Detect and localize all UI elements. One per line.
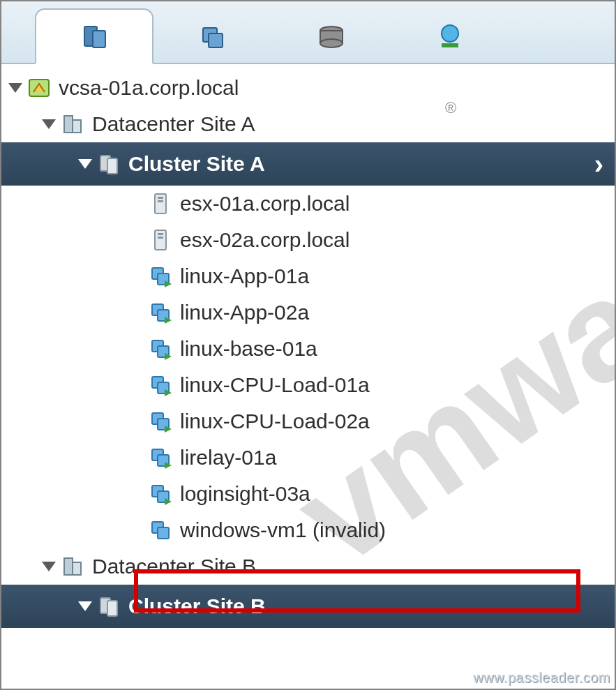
- vm-powered-on-icon: [148, 373, 173, 398]
- svg-rect-19: [158, 237, 163, 239]
- vcenter-icon: [27, 75, 52, 100]
- vm-label: windows-vm1 (invalid): [180, 518, 386, 542]
- svg-point-6: [320, 39, 343, 47]
- vm-powered-on-icon: [148, 300, 173, 325]
- tree-node-cluster-b[interactable]: Cluster Site B: [1, 585, 615, 628]
- vm-powered-on-icon: [148, 336, 173, 361]
- vm-label: linux-CPU-Load-02a: [180, 410, 370, 433]
- chevron-right-icon: ›: [594, 149, 603, 180]
- tree-node-vm-loginsight-03a[interactable]: loginsight-03a: [1, 476, 615, 512]
- tab-storage[interactable]: [272, 13, 391, 63]
- tree-node-cluster-a[interactable]: Cluster Site A ›: [1, 142, 615, 186]
- svg-rect-10: [64, 116, 73, 133]
- vm-label: lirelay-01a: [180, 446, 276, 470]
- host-icon: [148, 227, 173, 253]
- tree-node-vm-linux-app-02a[interactable]: linux-App-02a: [1, 294, 615, 331]
- svg-point-7: [442, 25, 458, 42]
- tab-networking[interactable]: [391, 13, 509, 63]
- datacenter-icon: [60, 112, 85, 137]
- host-1-label: esx-01a.corp.local: [180, 192, 350, 216]
- vm-powered-on-icon: [148, 481, 173, 507]
- vms-templates-icon: [197, 22, 228, 53]
- svg-rect-16: [158, 200, 163, 202]
- tree-node-host-2[interactable]: esx-02a.corp.local: [1, 222, 615, 258]
- svg-rect-46: [107, 601, 117, 616]
- svg-rect-42: [158, 527, 169, 539]
- tree-node-datacenter-b[interactable]: Datacenter Site B: [1, 548, 615, 585]
- svg-rect-18: [158, 233, 163, 235]
- host-icon: [148, 191, 173, 216]
- expand-arrow-icon[interactable]: [78, 601, 92, 611]
- svg-rect-3: [209, 33, 223, 47]
- svg-rect-44: [73, 562, 81, 575]
- tree-node-vm-linux-cpu-load-02a[interactable]: linux-CPU-Load-02a: [1, 403, 615, 440]
- vm-powered-on-icon: [148, 445, 173, 470]
- tree-node-vm-lirelay-01a[interactable]: lirelay-01a: [1, 440, 615, 476]
- svg-rect-43: [64, 558, 73, 575]
- svg-rect-8: [442, 43, 458, 47]
- tree-node-vm-linux-app-01a[interactable]: linux-App-01a: [1, 258, 615, 294]
- storage-icon: [316, 22, 347, 53]
- tab-vms-templates[interactable]: [153, 13, 272, 63]
- datacenter-b-label: Datacenter Site B: [92, 555, 256, 578]
- vm-label: linux-App-02a: [180, 301, 309, 324]
- host-2-label: esx-02a.corp.local: [180, 228, 350, 252]
- tree-node-vcenter[interactable]: vcsa-01a.corp.local: [1, 70, 615, 106]
- vm-invalid-icon: [148, 518, 173, 543]
- inventory-tree: vcsa-01a.corp.local Datacenter Site A Cl…: [1, 64, 615, 628]
- tree-node-host-1[interactable]: esx-01a.corp.local: [1, 186, 615, 222]
- vm-label: loginsight-03a: [180, 482, 310, 506]
- passleader-url-watermark: www.passleader.com: [473, 670, 610, 686]
- tree-node-vm-windows-vm1-invalid[interactable]: windows-vm1 (invalid): [1, 512, 615, 548]
- expand-arrow-icon[interactable]: [42, 119, 56, 129]
- expand-arrow-icon[interactable]: [42, 562, 56, 571]
- cluster-b-label: Cluster Site B: [128, 594, 266, 618]
- tree-node-vm-linux-base-01a[interactable]: linux-base-01a: [1, 331, 615, 367]
- vm-powered-on-icon: [148, 264, 173, 289]
- expand-arrow-icon[interactable]: [8, 83, 22, 93]
- vm-label: linux-App-01a: [180, 264, 309, 288]
- datacenter-icon: [60, 554, 85, 579]
- vm-label: linux-CPU-Load-01a: [180, 373, 370, 397]
- vm-powered-on-icon: [148, 409, 173, 434]
- svg-rect-15: [158, 197, 163, 199]
- vm-label: linux-base-01a: [180, 337, 317, 361]
- svg-rect-11: [73, 120, 81, 133]
- datacenter-a-label: Datacenter Site A: [92, 112, 255, 136]
- navigator-tab-bar: [1, 1, 615, 64]
- cluster-icon: [96, 151, 121, 177]
- tree-node-vm-linux-cpu-load-01a[interactable]: linux-CPU-Load-01a: [1, 367, 615, 403]
- cluster-a-label: Cluster Site A: [128, 152, 265, 176]
- tree-node-datacenter-a[interactable]: Datacenter Site A: [1, 106, 615, 142]
- hosts-clusters-icon: [79, 21, 110, 52]
- svg-rect-1: [93, 31, 105, 47]
- networking-icon: [435, 22, 465, 53]
- vcenter-label: vcsa-01a.corp.local: [59, 76, 239, 100]
- tab-hosts-clusters[interactable]: [35, 8, 153, 64]
- cluster-icon: [96, 594, 121, 619]
- expand-arrow-icon[interactable]: [78, 159, 92, 169]
- svg-rect-13: [107, 158, 117, 174]
